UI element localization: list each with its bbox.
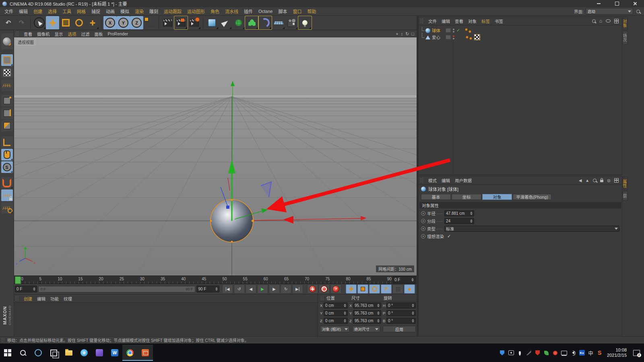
move-tool[interactable] bbox=[46, 16, 59, 29]
keyframe-selection-button[interactable]: ◆ bbox=[404, 284, 415, 294]
purple-app-button[interactable] bbox=[92, 345, 107, 361]
tray-kx-icon[interactable]: Kx bbox=[579, 350, 585, 356]
model-mode-button[interactable] bbox=[1, 54, 13, 66]
record-rotation-toggle[interactable] bbox=[369, 284, 380, 294]
record-parameter-toggle[interactable]: P bbox=[381, 284, 392, 294]
play-backwards-button[interactable]: ↺ bbox=[234, 284, 245, 294]
panel-grip[interactable] bbox=[1, 338, 5, 343]
tab-basic[interactable]: 基本 bbox=[421, 194, 451, 200]
range-start-spinner[interactable]: 0 F bbox=[15, 286, 37, 292]
om-search-icon[interactable] bbox=[592, 19, 596, 23]
editor-visibility-dot[interactable] bbox=[453, 29, 454, 30]
light-button[interactable] bbox=[298, 16, 312, 29]
spline-pen-button[interactable] bbox=[219, 16, 232, 29]
task-view-button[interactable] bbox=[46, 345, 61, 361]
tab-layers-vertical[interactable]: 层 bbox=[623, 191, 628, 201]
undo-button[interactable]: ↶ bbox=[2, 16, 15, 29]
vp-rotate-icon[interactable]: ↻ bbox=[405, 31, 409, 37]
material-list-area[interactable] bbox=[14, 303, 318, 336]
menu-mograph[interactable]: 运动图形 bbox=[184, 8, 208, 14]
mat-menu-function[interactable]: 功能 bbox=[48, 296, 61, 302]
layer-chip-icon[interactable] bbox=[446, 28, 451, 33]
interface-search-icon[interactable] bbox=[636, 10, 640, 13]
menu-render[interactable]: 渲染 bbox=[132, 8, 147, 14]
am-menu-mode[interactable]: 模式 bbox=[426, 177, 439, 183]
radius-input[interactable]: 47.881 cm bbox=[444, 210, 474, 216]
edges-mode-button[interactable] bbox=[1, 107, 13, 119]
tag-dot-icon[interactable] bbox=[466, 36, 469, 39]
texture-mode-button[interactable] bbox=[1, 67, 13, 78]
tag-dot-icon[interactable] bbox=[469, 37, 472, 40]
make-editable-button[interactable] bbox=[1, 33, 13, 49]
redo-button[interactable]: ↷ bbox=[15, 16, 28, 29]
am-back-icon[interactable]: ◀ bbox=[579, 178, 582, 183]
points-mode-button[interactable] bbox=[1, 95, 13, 107]
notification-center-button[interactable]: 1 bbox=[631, 350, 642, 356]
tray-mic-icon[interactable] bbox=[517, 350, 523, 356]
tab-phong[interactable]: 平滑着色(Phong) bbox=[513, 194, 551, 200]
om-menu-file[interactable]: 文件 bbox=[426, 18, 439, 24]
menu-simulate[interactable]: 模拟 bbox=[118, 8, 132, 14]
cinema4d-taskbar-button[interactable] bbox=[138, 345, 153, 361]
pos-x-input[interactable]: 0 cm bbox=[324, 302, 348, 309]
param-circle-icon[interactable] bbox=[421, 219, 425, 223]
tray-pen-icon[interactable] bbox=[526, 350, 532, 356]
render-view-button[interactable] bbox=[161, 16, 174, 29]
object-name[interactable]: 球体 bbox=[432, 27, 445, 33]
menu-select[interactable]: 选择 bbox=[45, 8, 60, 14]
vp-menu-options[interactable]: 选项 bbox=[66, 31, 79, 37]
am-panel-icon[interactable] bbox=[614, 178, 619, 183]
editor-visibility-dot[interactable] bbox=[453, 35, 454, 37]
workplane-mode-button[interactable] bbox=[1, 79, 13, 91]
previous-frame-button[interactable]: ◀ bbox=[246, 284, 256, 294]
coordinate-system-button[interactable] bbox=[143, 16, 157, 29]
tray-network-icon[interactable] bbox=[561, 350, 567, 356]
menu-animate[interactable]: 动画 bbox=[103, 8, 118, 14]
goto-start-button[interactable]: |◀ bbox=[222, 284, 233, 294]
object-name[interactable]: 爱心 bbox=[432, 34, 445, 40]
goto-end-button[interactable]: ▶| bbox=[292, 284, 303, 294]
tab-attributes-vertical[interactable]: 属性 bbox=[623, 177, 628, 190]
taskbar-search-button[interactable] bbox=[15, 345, 31, 361]
lock-y-button[interactable]: Y bbox=[117, 16, 130, 29]
am-search-icon[interactable] bbox=[593, 179, 597, 182]
subdivision-surface-button[interactable] bbox=[232, 16, 245, 29]
record-scale-toggle[interactable] bbox=[357, 284, 368, 294]
menu-snap[interactable]: 捕捉 bbox=[89, 8, 103, 14]
vp-pan-icon[interactable]: + bbox=[396, 31, 398, 37]
rotate-tool[interactable] bbox=[72, 16, 86, 29]
lock-z-button[interactable]: Z bbox=[130, 16, 143, 29]
menu-file[interactable]: 文件 bbox=[2, 8, 16, 14]
coord-mode-dropdown[interactable]: 对象 (相对) bbox=[320, 326, 350, 332]
viewport-canvas[interactable]: y x z bbox=[14, 37, 417, 276]
size-y-input[interactable]: 95.763 cm bbox=[353, 310, 381, 316]
vp-menu-view[interactable]: 查看 bbox=[21, 31, 35, 37]
axis-mode-button[interactable] bbox=[1, 136, 13, 148]
pos-y-input[interactable]: 0 cm bbox=[324, 310, 348, 316]
panel-grip[interactable] bbox=[320, 296, 324, 300]
word-app-button[interactable]: W bbox=[107, 345, 122, 361]
record-position-toggle[interactable] bbox=[346, 284, 357, 294]
edge-button[interactable]: e bbox=[76, 345, 92, 361]
vp-menu-prorender[interactable]: ProRender bbox=[105, 31, 131, 36]
start-button[interactable] bbox=[0, 345, 15, 361]
mat-menu-texture[interactable]: 纹理 bbox=[61, 296, 74, 302]
render-settings-button[interactable] bbox=[188, 16, 201, 29]
texture-tag-icon[interactable] bbox=[474, 34, 480, 40]
tab-takes-vertical[interactable]: 场次 bbox=[623, 31, 628, 45]
camera-button[interactable] bbox=[285, 16, 298, 29]
close-button[interactable] bbox=[626, 0, 644, 7]
lock-x-button[interactable]: X bbox=[103, 16, 117, 29]
object-row-heart[interactable]: 爱心 bbox=[419, 34, 622, 41]
apply-button[interactable]: 应用 bbox=[383, 326, 416, 332]
next-frame-button[interactable]: ▶ bbox=[269, 284, 280, 294]
param-circle-icon[interactable] bbox=[421, 234, 425, 239]
param-circle-icon[interactable] bbox=[421, 226, 425, 231]
pos-z-input[interactable]: 0 cm bbox=[324, 318, 348, 324]
view-label[interactable]: 透视视图 bbox=[16, 39, 36, 45]
tray-camera-icon[interactable] bbox=[508, 350, 514, 356]
record-keyframe-button[interactable] bbox=[307, 284, 318, 294]
om-menu-bookmarks[interactable]: 书签 bbox=[492, 18, 506, 24]
render-visibility-dot[interactable] bbox=[453, 38, 454, 39]
current-frame-box[interactable]: 0 F bbox=[393, 276, 415, 283]
